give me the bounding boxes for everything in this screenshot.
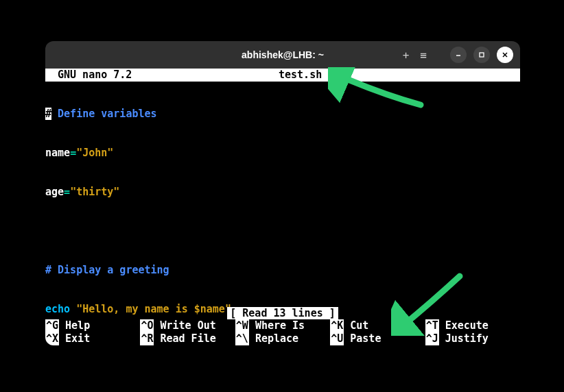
shortcut-readfile[interactable]: ^RRead File <box>140 332 235 345</box>
shortcut-justify[interactable]: ^JJustify <box>425 332 520 345</box>
status-line: [ Read 13 lines ] <box>45 307 520 319</box>
new-tab-icon[interactable]: + <box>403 49 410 62</box>
shortcut-writeout[interactable]: ^OWrite Out <box>140 319 235 332</box>
cursor: # <box>45 108 51 120</box>
window-title: abhishek@LHB: ~ <box>242 49 324 60</box>
comment: Define variables <box>51 108 157 120</box>
shortcut-help[interactable]: ^GHelp <box>45 319 140 332</box>
status-message: [ Read 13 lines ] <box>227 307 338 319</box>
menu-icon[interactable]: ≡ <box>420 49 427 62</box>
nano-header: GNU nano 7.2 test.sh <box>45 69 520 82</box>
comment: # Display a greeting <box>45 264 169 276</box>
shortcut-execute[interactable]: ^TExecute <box>425 319 520 332</box>
title-controls-left: + ≡ <box>403 49 427 62</box>
close-button[interactable] <box>497 47 513 63</box>
terminal-window: abhishek@LHB: ~ + ≡ GNU nano 7.2 test.sh… <box>45 41 520 345</box>
shortcut-cut[interactable]: ^KCut <box>330 319 425 332</box>
title-bar: abhishek@LHB: ~ + ≡ <box>45 41 520 69</box>
window-controls <box>450 47 513 63</box>
shortcut-replace[interactable]: ^\Replace <box>235 332 330 345</box>
shortcut-paste[interactable]: ^UPaste <box>330 332 425 345</box>
svg-rect-1 <box>480 53 484 57</box>
shortcut-bar: ^GHelp ^OWrite Out ^WWhere Is ^KCut ^TEx… <box>45 319 520 345</box>
nano-filename: test.sh <box>279 69 322 82</box>
shortcut-whereis[interactable]: ^WWhere Is <box>235 319 330 332</box>
maximize-button[interactable] <box>473 47 490 63</box>
editor-content[interactable]: # Define variables name="John" age="thir… <box>45 82 520 345</box>
minimize-button[interactable] <box>450 47 467 63</box>
shortcut-exit[interactable]: ^XExit <box>45 332 140 345</box>
nano-app-name: GNU nano 7.2 <box>45 69 132 82</box>
